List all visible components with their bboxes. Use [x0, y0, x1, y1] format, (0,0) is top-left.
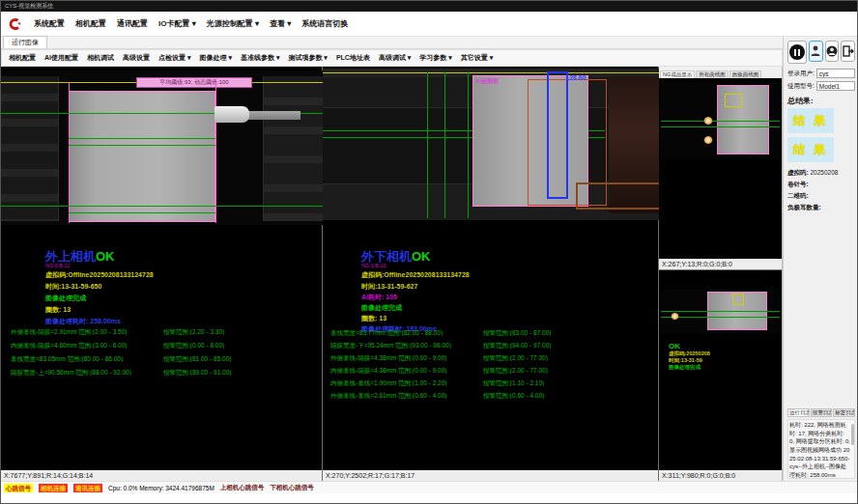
tab-ng-display[interactable]: NG成品显示 [660, 70, 695, 78]
window-title: CYS-视觉检测系统 [5, 2, 53, 11]
left-camera-view[interactable]: 平均阈值:93, 动态阈值:100 [1, 70, 323, 225]
aux-overlay-text: OK 虚拟码:20250208 时间:13-31-59 图像处理完成 [669, 342, 710, 371]
tab-calibration-log[interactable]: 标定日志 [833, 408, 855, 417]
ng-camera-view[interactable] [661, 82, 780, 159]
menu-view[interactable]: 查看 ▾ [270, 18, 291, 29]
tool-learning-params[interactable]: 学习参数 ▾ [419, 53, 451, 63]
switch-user-button[interactable] [809, 41, 823, 62]
result-badge-upper: 结 果 [787, 108, 834, 133]
measurement-row: 外侧基线-基线=2.61mm 范围:(0.60 - 4.00) 报警范围:(0.… [330, 392, 544, 399]
menu-comm-config[interactable]: 通讯配置 [117, 18, 148, 29]
tab-run-image[interactable]: 运行图像 [3, 36, 47, 48]
aux-camera-view[interactable] [661, 290, 780, 334]
tool-camera-config[interactable]: 相机配置 [9, 53, 36, 63]
menu-camera-config[interactable]: 相机配置 [75, 18, 106, 29]
weld-highlight [703, 136, 713, 144]
measure-line [661, 121, 780, 122]
titlebar: CYS-视觉检测系统 [1, 1, 857, 12]
left-turns: 圈数: 13 [45, 305, 71, 315]
user-icon [811, 45, 820, 57]
tool-advanced-debug[interactable]: 高级调试 ▾ [379, 53, 411, 63]
app-window: CYS-视觉检测系统 系统配置 相机配置 通讯配置 IO卡配置 ▾ 光源控制配置… [0, 0, 858, 504]
negative-tab-count-label: 负极耳数量: [787, 204, 821, 210]
measurement-row: 基线宽度=83.77mm 范围:(82.00 - 88.00) 报警范围:(83… [330, 329, 551, 336]
measurement-value: 基线宽度=83.77mm 范围:(82.00 - 88.00) [330, 329, 483, 336]
total-result-label: 总结果: [787, 96, 855, 106]
alarm-range: 报警范围:(2.20 - 3.30) [163, 328, 224, 335]
menu-system-config[interactable]: 系统配置 [34, 18, 65, 29]
ng-cursor-coords: X:267;Y:13;R:0;G:0;B:0 [659, 259, 782, 269]
pause-icon [789, 44, 805, 60]
winding-pin-row: 卷针号: [787, 181, 855, 189]
alarm-range: 报警范围:(2.00 - 77.00) [483, 367, 548, 374]
pause-button[interactable] [787, 41, 807, 64]
ng-panel-tabs: NG成品显示 所有曲线图 面板曲线图 [659, 67, 782, 78]
log-area: 耗时: 222, 网络检测耗时: 17, 网络分类耗时: 0, 网络提取分区耗时… [787, 419, 855, 479]
alarm-range: 报警范围:(81.00 - 85.00) [163, 355, 231, 362]
measurement-row: 内侧基线-基线=1.90mm 范围:(1.00 - 2.20) 报警范围:(1.… [330, 379, 544, 386]
tab-alarm-log[interactable]: 报警日志 [811, 408, 833, 417]
tab-all-curves[interactable]: 所有曲线图 [696, 70, 729, 78]
sidebar: 登录用户: cys 使用型号: Model1 总结果: 结 果 结 果 虚拟码:… [783, 37, 858, 481]
aux-barcode: 虚拟码:20250208 [669, 350, 710, 357]
model-label: 使用型号: [787, 82, 815, 91]
center-camera-name: 外下相机 [361, 249, 412, 264]
tab-run-log[interactable]: 运行日志 [787, 408, 810, 417]
edge-line-left [69, 82, 70, 223]
left-elapsed: 图像处理耗时: 258.00ms [45, 317, 121, 326]
center-camera-subinfo: NG:0;B:10 [361, 263, 386, 268]
cpu-memory-readout: Cpu: 0.0% Memory: 3424.41796875M [108, 485, 214, 491]
negative-tab-count-row: 负极耳数量: [787, 204, 855, 212]
measurement-value: 内侧基线-隔膜=4.60mm 范围:(3.00 - 6.00) [11, 342, 163, 349]
app-logo-icon [6, 15, 23, 33]
tool-spotcheck-settings[interactable]: 点检设置 ▾ [158, 53, 190, 63]
ng-display-panel: NG成品显示 所有曲线图 面板曲线图 X:267;Y:13;R [659, 67, 782, 270]
tool-advanced-settings[interactable]: 高级设置 [123, 53, 150, 63]
center-camera-view[interactable]: AI检测框 128.80 [323, 69, 659, 220]
left-cursor-coords: X:7677;Y:891;R:14;G:14;B:14 [1, 470, 322, 481]
user-circle-icon [826, 45, 838, 57]
menu-language-switch[interactable]: 系统语言切换 [301, 18, 348, 29]
menu-io-config[interactable]: IO卡配置 ▾ [158, 18, 196, 29]
virtual-code-row: 虚拟码: 20250208 [787, 169, 855, 178]
tab-panel-curves[interactable]: 面板曲线图 [729, 70, 762, 78]
tool-other-settings[interactable]: 其它设置 ▾ [461, 53, 493, 63]
operator-button[interactable] [825, 41, 840, 62]
left-camera-panel: 平均阈值:93, 动态阈值:100 外上相机OK NG: [1, 67, 323, 481]
left-camera-name: 外上相机 [45, 249, 96, 264]
measure-line-vertical [427, 72, 428, 218]
tool-baseline-params[interactable]: 基准线参数 ▾ [241, 53, 279, 63]
login-user-input[interactable]: cys [816, 69, 855, 78]
alarm-range: 报警范围:(0.00 - 8.00) [163, 342, 224, 349]
login-user-field: 登录用户: cys [787, 69, 855, 78]
footer-blank [1, 493, 857, 504]
tool-plc-address-table[interactable]: PLC地址表 [336, 53, 370, 63]
measurement-row: 外侧基线-隔膜=4.38mm 范围:(0.00 - 9.00) 报警范围:(2.… [330, 354, 548, 361]
measurement-row: 内侧基线-隔膜=4.38mm 范围:(0.00 - 9.00) 报警范围:(2.… [330, 367, 548, 374]
edge-line-right [215, 82, 216, 223]
main-area: 平均阈值:93, 动态阈值:100 外上相机OK NG: [1, 67, 783, 481]
login-user-label: 登录用户: [787, 70, 815, 78]
measure-line [1, 206, 323, 207]
measurement-value: 基线宽度=83.05mm 范围:(80.00 - 86.00) [11, 355, 163, 362]
measurement-value: 外侧基线-基线=2.61mm 范围:(0.60 - 4.00) [330, 392, 483, 399]
cell-panel-region [69, 91, 215, 222]
tool-image-processing[interactable]: 图像处理 ▾ [199, 53, 231, 63]
model-field: 使用型号: Model1 [787, 81, 855, 91]
tool-test-item-params[interactable]: 测试项参数 ▾ [288, 53, 327, 63]
tool-ai-usage-config[interactable]: AI使用配置 [44, 53, 78, 63]
log-scrollbar[interactable] [851, 424, 854, 445]
measurement-row: 内侧基线-隔膜=4.60mm 范围:(3.00 - 6.00) 报警范围:(0.… [11, 342, 224, 349]
lower-camera-heartbeat-label: 下相机心跳信号 [270, 484, 314, 492]
menu-light-config[interactable]: 光源控制配置 ▾ [207, 18, 259, 29]
statusbar: 心跳信号 相机连接 通讯连接 Cpu: 0.0% Memory: 3424.41… [1, 481, 857, 493]
baseline-yellow-line [323, 72, 659, 73]
model-input[interactable]: Model1 [816, 81, 855, 91]
exit-button[interactable] [841, 41, 855, 62]
qr-code-label: 二维码: [787, 192, 809, 199]
heartbeat-status-badge: 心跳信号 [4, 484, 33, 492]
toolbar: 相机配置 AI使用配置 相机调试 高级设置 点检设置 ▾ 图像处理 ▾ 基准线参… [1, 49, 783, 67]
tool-camera-debug[interactable]: 相机调试 [87, 53, 114, 63]
center-cursor-coords: X:270;Y:2502;R:17;G:17;B:17 [323, 470, 658, 481]
center-time: 时间:13-31-59-627 [361, 282, 417, 292]
